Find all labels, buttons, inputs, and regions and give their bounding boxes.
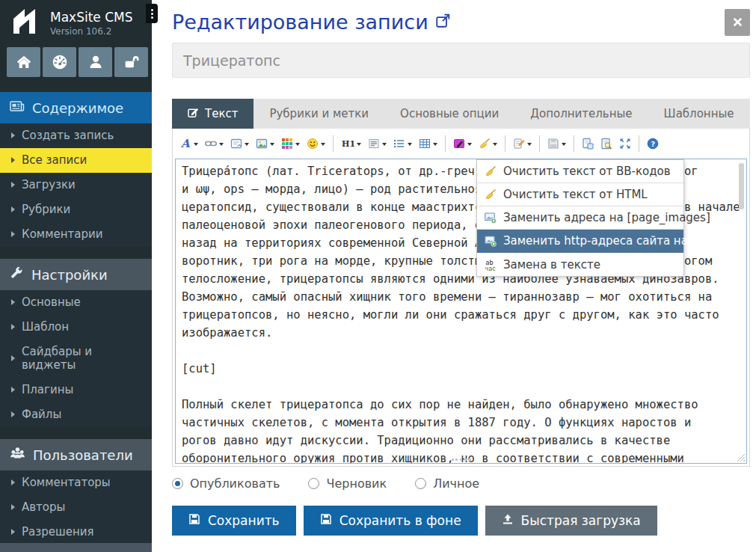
radio-draft[interactable]: Черновик: [308, 476, 387, 491]
link-icon[interactable]: [202, 135, 227, 152]
arrow-right-icon: [11, 355, 15, 361]
menu-item-replace-page-images[interactable]: Заменить адреса на [page_images]: [477, 206, 683, 230]
radio-dot: [415, 478, 426, 489]
svg-text:час: час: [485, 265, 496, 271]
heading-icon[interactable]: H1: [338, 135, 364, 152]
cleanup-menu: Очистить текст от BB-кодов Очистить текс…: [476, 159, 684, 277]
tab-categories-tags[interactable]: Рубрики и метки: [253, 99, 384, 129]
sidebar-item-template[interactable]: Шаблон: [0, 315, 152, 340]
sidebar-section-content[interactable]: Содержимое: [0, 92, 152, 123]
svg-text:H1: H1: [342, 139, 354, 149]
save-icon: [188, 513, 200, 528]
post-title-input[interactable]: [172, 43, 750, 78]
fullscreen-icon[interactable]: [616, 135, 634, 152]
home-icon[interactable]: [7, 47, 40, 77]
sidebar-collapse-toggle[interactable]: [146, 4, 158, 23]
marker-icon[interactable]: [450, 135, 475, 152]
sidebar-item-authors[interactable]: Авторы: [0, 495, 152, 520]
section-title: Содержимое: [32, 100, 123, 116]
maxsite-logo-icon: [10, 8, 43, 38]
page-header: Редактирование записи: [172, 10, 750, 34]
sidebar-item-files[interactable]: Файлы: [0, 402, 152, 427]
settings-items: Основные Шаблон Сайдбары и виджеты Плаги…: [0, 290, 152, 427]
cleanup-icon[interactable]: [476, 135, 500, 152]
menu-item-clean-html[interactable]: Очистить текст от HTML: [477, 183, 683, 206]
radio-dot: [172, 478, 183, 489]
sidebar-item-comments[interactable]: Комментарии: [0, 222, 152, 247]
broom-icon: [485, 188, 497, 200]
sidebar-item-plugins[interactable]: Плагины: [0, 378, 152, 402]
arrow-right-icon: [11, 231, 15, 237]
sidebar-item-all-posts[interactable]: Все записи: [0, 148, 152, 173]
section-title: Настройки: [31, 267, 108, 283]
section-title: Пользователи: [33, 447, 133, 463]
sidebar-item-permissions[interactable]: Разрешения: [0, 520, 152, 545]
bbcode-icon[interactable]: [227, 135, 252, 152]
editor-panel: A H1: [172, 129, 750, 467]
sidebar-item-commenters[interactable]: Комментаторы: [0, 470, 152, 495]
sidebar-item-general[interactable]: Основные: [0, 290, 152, 315]
radio-private[interactable]: Личное: [415, 476, 479, 491]
close-button[interactable]: [725, 9, 750, 36]
sidebar-item-uploads[interactable]: Загрузки: [0, 173, 152, 197]
menu-item-clean-bbcodes[interactable]: Очистить текст от BB-кодов: [477, 160, 683, 183]
dashboard-icon[interactable]: [43, 47, 76, 77]
brand: MaxSite CMS Version 106.2: [0, 0, 152, 41]
publish-status-row: Опубликовать Черновик Личное: [172, 476, 750, 491]
snippets-icon[interactable]: [510, 135, 535, 152]
upload-icon: [502, 513, 514, 528]
arrow-right-icon: [11, 299, 15, 305]
quick-upload-button[interactable]: Быстрая загрузка: [485, 506, 657, 536]
menu-item-replace-http-https[interactable]: Заменить http-адреса сайта на https: [477, 230, 683, 253]
edit-pencil-icon: [188, 107, 199, 121]
arrow-right-icon: [11, 324, 15, 330]
arrow-right-icon: [11, 206, 15, 212]
save-button[interactable]: Сохранить: [172, 506, 296, 536]
font-style-icon[interactable]: A: [176, 135, 201, 152]
save-draft-icon[interactable]: [544, 135, 569, 152]
preview-icon[interactable]: [597, 135, 615, 152]
tab-template[interactable]: Шаблонные: [648, 99, 750, 129]
copy-icon[interactable]: [579, 135, 597, 152]
table-icon[interactable]: [416, 135, 440, 152]
sidebar-section-users[interactable]: Пользователи: [0, 439, 152, 470]
radio-publish[interactable]: Опубликовать: [172, 476, 280, 491]
replace-text-icon: abчас: [485, 259, 497, 271]
tab-text[interactable]: Текст: [172, 99, 253, 129]
toolbar-separator: [333, 135, 334, 152]
wrench-icon: [10, 266, 24, 283]
arrow-right-icon: [11, 182, 15, 188]
help-icon[interactable]: ?: [644, 135, 662, 152]
sidebar-item-create-post[interactable]: Создать запись: [0, 123, 152, 148]
sidebar-section-settings[interactable]: Настройки: [0, 259, 152, 290]
arrow-right-icon: [11, 157, 15, 163]
colors-icon[interactable]: [278, 135, 303, 152]
image-plus-icon: [485, 212, 497, 224]
smiley-icon[interactable]: [304, 135, 328, 152]
arrow-right-icon: [11, 479, 15, 485]
sidebar-item-categories[interactable]: Рубрики: [0, 197, 152, 222]
menu-item-replace-in-text[interactable]: abчас Замена в тексте: [477, 253, 683, 276]
list-icon[interactable]: [390, 135, 415, 152]
action-buttons: Сохранить Сохранить в фоне Быстрая загру…: [172, 506, 750, 536]
user-icon[interactable]: [79, 47, 112, 77]
image-icon[interactable]: [253, 135, 277, 152]
content-items: Создать запись Все записи Загрузки Рубри…: [0, 123, 152, 247]
page-title: Редактирование записи: [172, 10, 428, 34]
users-icon: [10, 446, 25, 464]
svg-text:?: ?: [651, 140, 656, 148]
textarea-resize-dots[interactable]: [452, 459, 471, 461]
sidebar: MaxSite CMS Version 106.2 Содержимое: [0, 0, 152, 552]
sidebar-item-sidebars-widgets[interactable]: Сайдбары и виджеты: [0, 340, 152, 378]
toolbar-separator: [539, 135, 540, 152]
unlock-icon[interactable]: [114, 47, 148, 77]
textarea-scrollbar[interactable]: [739, 163, 744, 209]
broom-icon: [485, 165, 497, 177]
tab-main-options[interactable]: Основные опции: [384, 99, 514, 129]
tab-additional[interactable]: Дополнительные: [514, 99, 648, 129]
align-icon[interactable]: [365, 135, 390, 152]
tab-bar: Текст Рубрики и метки Основные опции Доп…: [172, 99, 750, 129]
save-background-button[interactable]: Сохранить в фоне: [304, 506, 478, 536]
external-link-icon[interactable]: [436, 13, 450, 31]
image-plus-icon: [485, 235, 497, 247]
